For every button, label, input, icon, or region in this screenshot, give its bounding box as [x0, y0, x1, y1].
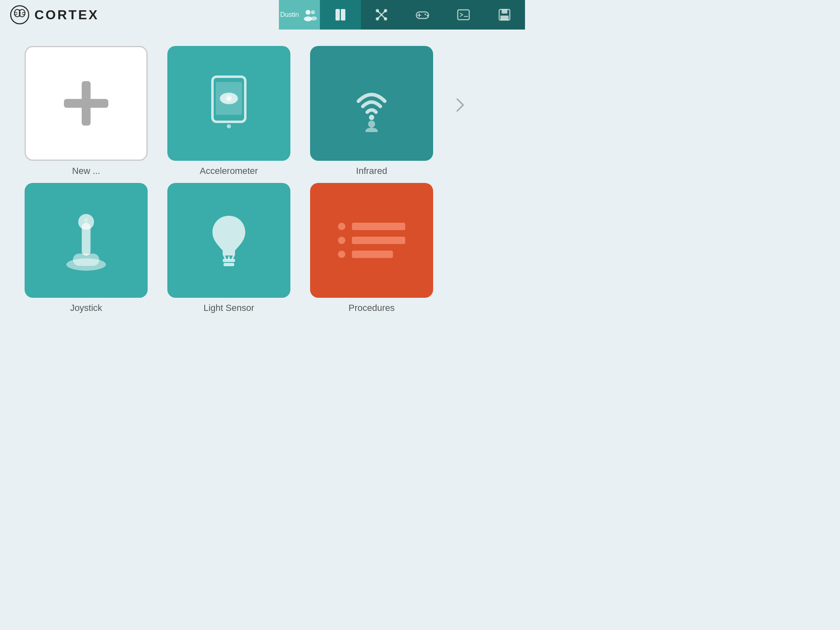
card-wrapper-new: New ... [25, 46, 148, 176]
user-name-label: Dustin [280, 11, 299, 18]
nav-tab-book[interactable] [320, 0, 361, 30]
svg-line-47 [232, 256, 234, 259]
card-infrared[interactable] [310, 46, 433, 161]
code-icon [455, 7, 472, 23]
proc-bar-2 [352, 237, 405, 244]
svg-point-21 [427, 15, 428, 16]
svg-point-13 [376, 9, 379, 12]
card-accelerometer[interactable] [167, 46, 290, 161]
svg-line-45 [224, 256, 226, 259]
svg-point-7 [310, 16, 317, 21]
lightbulb-icon [204, 210, 253, 271]
svg-rect-8 [336, 9, 340, 21]
proc-dot-1 [338, 223, 345, 230]
svg-line-24 [460, 15, 463, 16]
nav-tab-tools[interactable] [361, 0, 402, 30]
header-nav: Dustin [279, 0, 525, 30]
card-label-joystick: Joystick [25, 303, 148, 313]
logo-area: CORTEX [0, 0, 109, 30]
svg-point-44 [84, 218, 89, 222]
save-icon [496, 7, 513, 23]
svg-rect-22 [458, 10, 469, 20]
card-lightsensor[interactable] [167, 183, 290, 298]
card-label-lightsensor: Light Sensor [167, 303, 290, 313]
main-content: New ... Accelerometer [0, 30, 525, 328]
proc-bar-1 [352, 223, 405, 230]
card-new[interactable] [25, 46, 148, 161]
tools-icon [373, 7, 390, 23]
svg-point-14 [384, 17, 387, 21]
card-procedures[interactable] [310, 183, 433, 298]
card-joystick[interactable] [25, 183, 148, 298]
cortex-logo-icon [10, 5, 30, 25]
card-wrapper-accelerometer: Accelerometer [167, 46, 290, 176]
svg-rect-28 [500, 16, 509, 20]
card-row-1: New ... Accelerometer [25, 46, 500, 176]
proc-dot-2 [338, 237, 345, 244]
svg-point-38 [368, 121, 375, 128]
card-label-new: New ... [25, 166, 148, 176]
proc-row-2 [338, 237, 405, 244]
nav-tab-code[interactable] [443, 0, 484, 30]
svg-point-15 [384, 9, 387, 12]
svg-point-6 [311, 10, 315, 14]
card-label-infrared: Infrared [310, 166, 433, 176]
tablet-eye-icon [204, 75, 253, 132]
nav-tab-gamepad[interactable] [402, 0, 443, 30]
nav-tab-user[interactable]: Dustin [279, 0, 320, 30]
proc-row-1 [338, 223, 405, 230]
svg-rect-30 [64, 99, 108, 108]
next-arrow[interactable] [453, 98, 468, 112]
svg-point-37 [369, 115, 374, 120]
chevron-right-icon [453, 98, 468, 112]
app-header: CORTEX Dustin [0, 0, 525, 30]
user-group-icon [302, 7, 319, 23]
book-icon [332, 7, 349, 23]
svg-point-16 [376, 17, 379, 21]
proc-row-3 [338, 251, 405, 258]
card-wrapper-procedures: Procedures [310, 183, 433, 313]
gamepad-icon [414, 7, 431, 23]
card-label-procedures: Procedures [310, 303, 433, 313]
svg-point-33 [227, 124, 231, 128]
svg-point-20 [425, 14, 426, 15]
proc-bar-3 [352, 251, 393, 258]
card-wrapper-lightsensor: Light Sensor [167, 183, 290, 313]
svg-rect-49 [224, 263, 234, 266]
card-wrapper-joystick: Joystick [25, 183, 148, 313]
card-wrapper-infrared: Infrared [310, 46, 433, 176]
svg-rect-48 [223, 259, 235, 262]
card-label-accelerometer: Accelerometer [167, 166, 290, 176]
nav-tab-save[interactable] [484, 0, 525, 30]
svg-rect-9 [341, 9, 345, 21]
joystick-icon [59, 210, 113, 271]
svg-point-39 [365, 128, 378, 132]
plus-icon [59, 77, 113, 130]
card-row-2: Joystick Light Sensor [25, 183, 500, 313]
infrared-icon [341, 75, 402, 132]
proc-dot-3 [338, 251, 345, 258]
list-icon [330, 215, 413, 266]
app-title: CORTEX [34, 7, 99, 23]
svg-point-36 [227, 97, 231, 100]
svg-rect-27 [502, 9, 507, 14]
svg-point-4 [306, 10, 310, 15]
